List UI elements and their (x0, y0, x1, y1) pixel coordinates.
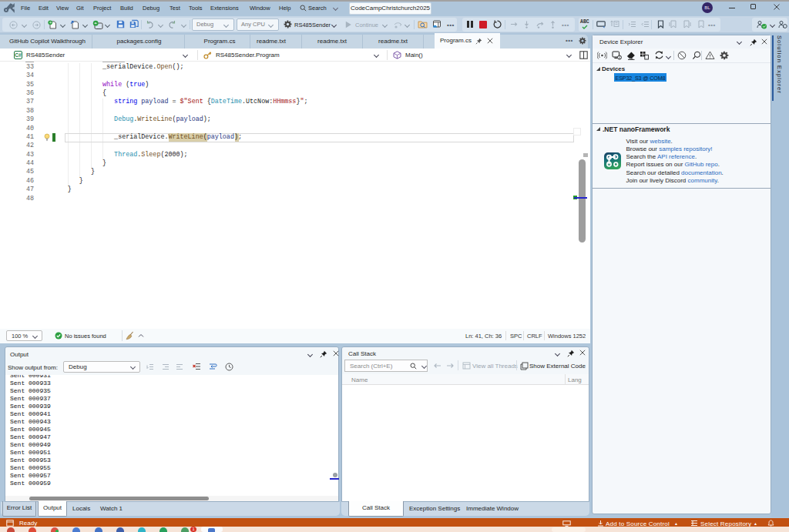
svg-text:C#: C# (15, 52, 22, 58)
